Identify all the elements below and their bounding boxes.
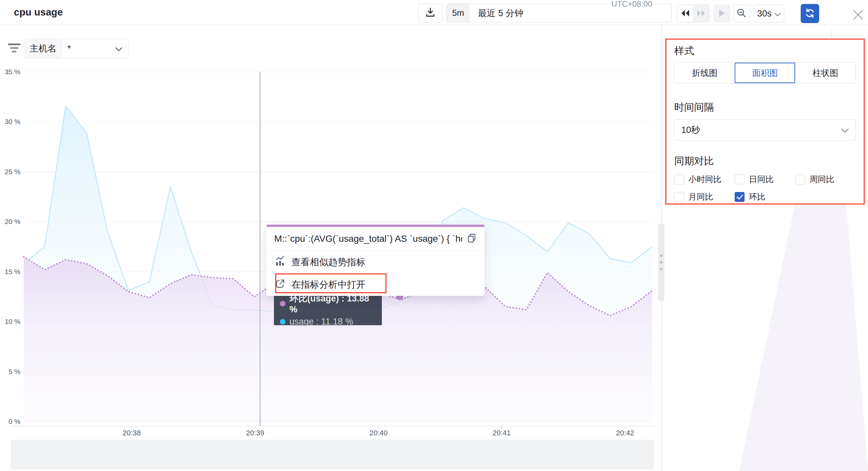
- chart-type-tab-3[interactable]: 柱状图: [795, 63, 856, 83]
- svg-text:20:39: 20:39: [246, 429, 264, 437]
- compare-option-label: 日同比: [749, 174, 774, 185]
- hostname-filter: 主机名 *: [25, 39, 129, 58]
- download-icon: [425, 7, 436, 20]
- svg-text:0 %: 0 %: [8, 417, 21, 425]
- checkbox-checked-icon[interactable]: [735, 192, 745, 202]
- duration-badge: 5m: [447, 4, 469, 22]
- zoom-out-button[interactable]: [733, 5, 750, 23]
- series-color-dot: [280, 301, 285, 306]
- close-button[interactable]: [851, 8, 865, 22]
- external-link-icon: [275, 278, 285, 291]
- tooltip-text: 环比(usage) : 13.88 %: [289, 293, 376, 315]
- chevron-down-icon: [774, 8, 781, 19]
- chevron-down-icon: [115, 43, 122, 54]
- menu-item-2[interactable]: 在指标分析中打开: [266, 273, 485, 296]
- svg-text:35 %: 35 %: [5, 68, 21, 75]
- chart-settings-panel: 样式 折线图面积图柱状图 时间间隔 10秒 同期对比 小时同比日同比周同比月同比…: [665, 39, 865, 204]
- style-section-title: 样式: [674, 44, 856, 58]
- metric-query-row[interactable]: M::`cpu`:(AVG(`usage_total`) AS `usage`)…: [266, 227, 485, 251]
- chart-tooltip: 环比(usage) : 13.88 %usage : 11.18 %: [274, 294, 382, 325]
- checkbox-icon[interactable]: [674, 174, 684, 184]
- fast-forward-icon: [696, 9, 707, 19]
- history-nav-group: [677, 5, 709, 23]
- step-forward-button[interactable]: [693, 5, 709, 22]
- metric-detail-page: 0 %5 %10 %15 %20 %25 %30 %35 %20:3820:39…: [0, 0, 868, 471]
- menu-items: 查看相似趋势指标在指标分析中打开: [266, 251, 485, 296]
- svg-text:15 %: 15 %: [5, 268, 21, 275]
- play-icon: [718, 9, 726, 19]
- hostname-filter-value: *: [67, 43, 113, 54]
- timezone-label: UTC+08:00: [608, 0, 655, 8]
- filter-icon: [7, 42, 21, 54]
- tooltip-row-1: 环比(usage) : 13.88 %: [280, 293, 376, 315]
- trend-chart-icon: [275, 256, 285, 269]
- compare-option-5[interactable]: 环比: [735, 191, 795, 202]
- legend-bar[interactable]: [11, 440, 654, 469]
- svg-text:20:42: 20:42: [616, 429, 634, 437]
- rewind-icon: [680, 9, 690, 19]
- interval-select[interactable]: 10秒: [674, 120, 856, 140]
- compare-option-label: 月同比: [688, 191, 713, 202]
- svg-text:10 %: 10 %: [5, 317, 21, 325]
- hostname-filter-select[interactable]: *: [61, 39, 129, 58]
- step-backward-button[interactable]: [677, 5, 693, 22]
- zoom-out-icon: [736, 8, 747, 20]
- checkbox-icon[interactable]: [796, 174, 805, 184]
- compare-option-label: 小时同比: [688, 174, 721, 185]
- refresh-icon: [804, 7, 816, 20]
- close-icon: [852, 9, 864, 22]
- download-button[interactable]: [418, 4, 442, 23]
- series-color-dot: [280, 319, 285, 325]
- compare-option-2[interactable]: 日同比: [735, 174, 795, 185]
- svg-text:30 %: 30 %: [5, 118, 21, 125]
- checkbox-icon[interactable]: [735, 174, 745, 184]
- compare-option-3[interactable]: 周同比: [796, 174, 856, 185]
- svg-text:25 %: 25 %: [5, 168, 21, 175]
- chart-type-tab-1[interactable]: 折线图: [675, 63, 735, 83]
- refresh-interval-value: 30s: [757, 8, 772, 19]
- menu-item-label: 在指标分析中打开: [291, 278, 365, 291]
- interval-section-title: 时间间隔: [674, 101, 856, 114]
- tooltip-text: usage : 11.18 %: [289, 317, 353, 327]
- svg-text:5 %: 5 %: [8, 368, 21, 375]
- chart-type-tabs: 折线图面积图柱状图: [674, 62, 856, 83]
- refresh-button[interactable]: [801, 4, 819, 23]
- compare-option-1[interactable]: 小时同比: [674, 174, 735, 185]
- time-range-label: 最近 5 分钟: [469, 7, 523, 19]
- metric-context-menu: M::`cpu`:(AVG(`usage_total`) AS `usage`)…: [266, 225, 485, 296]
- panel-resize-handle[interactable]: [658, 223, 664, 301]
- menu-accent-bar: [266, 225, 485, 227]
- metric-query-text: M::`cpu`:(AVG(`usage_total`) AS `usage`)…: [274, 234, 462, 244]
- compare-option-4[interactable]: 月同比: [674, 191, 735, 202]
- play-button[interactable]: [714, 5, 730, 23]
- refresh-interval-select[interactable]: 30s: [754, 5, 784, 23]
- checkbox-icon[interactable]: [674, 192, 684, 202]
- page-title: cpu usage: [14, 7, 63, 18]
- svg-text:20:40: 20:40: [369, 429, 388, 437]
- compare-section-title: 同期对比: [674, 154, 856, 168]
- copy-icon[interactable]: [467, 233, 476, 244]
- menu-item-1[interactable]: 查看相似趋势指标: [266, 251, 485, 273]
- time-range-picker[interactable]: 5m 最近 5 分钟 UTC+08:00: [446, 4, 672, 23]
- compare-option-label: 周同比: [810, 174, 834, 185]
- topbar: cpu usage 5m 最近 5 分钟 UTC+08:00: [0, 0, 868, 25]
- svg-text:20:38: 20:38: [122, 429, 141, 437]
- svg-text:20 %: 20 %: [5, 218, 21, 225]
- hostname-filter-label: 主机名: [25, 39, 61, 58]
- svg-text:20:41: 20:41: [492, 429, 510, 437]
- chart-type-tab-2[interactable]: 面积图: [735, 63, 795, 83]
- tooltip-row-2: usage : 11.18 %: [280, 317, 376, 327]
- compare-options: 小时同比日同比周同比月同比环比: [674, 174, 856, 202]
- interval-select-value: 10秒: [681, 124, 841, 136]
- compare-option-label: 环比: [749, 191, 765, 202]
- chevron-down-icon: [841, 125, 849, 135]
- menu-item-label: 查看相似趋势指标: [291, 256, 365, 268]
